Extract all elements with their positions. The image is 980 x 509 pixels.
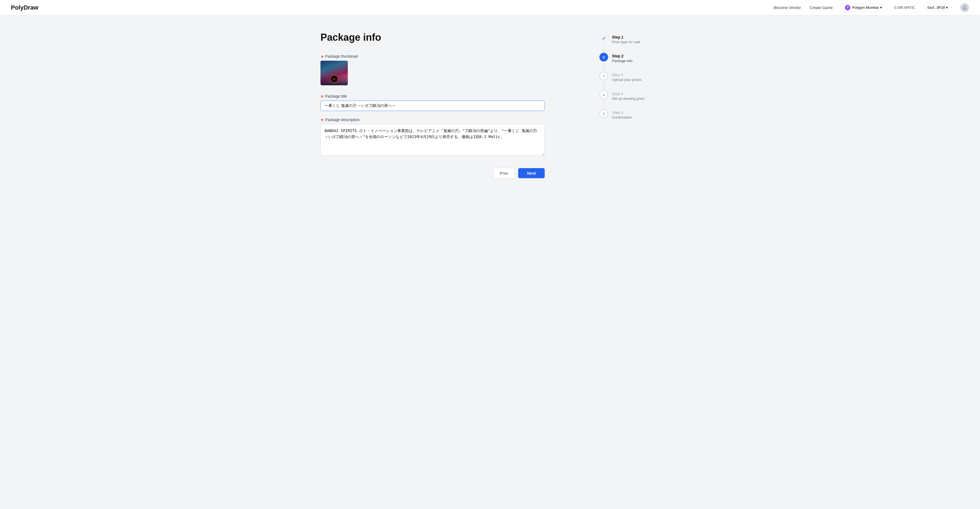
user-avatar[interactable] [960,3,969,12]
description-section: ★ Package description [320,118,578,157]
check-icon-1: ✓ [602,36,606,41]
step-1-sub: Prize type for sale [612,40,640,44]
step-3-number: 3 [603,74,605,78]
title-field-label: ★ Package title [320,94,578,99]
stepper: ✓ Step 1 Prize type for sale 2 Step 2 Pa… [600,32,660,178]
step-item-4: 4 Step 4 Set up drawing price [600,91,660,109]
step-3-circle: 3 [600,72,608,80]
step-item-3: 3 Step 3 Upload your prizes [600,72,660,91]
step-5-name: Step 5 [612,110,632,115]
step-5-info: Step 5 Confirmation [612,109,632,119]
step-3-info: Step 3 Upload your prizes [612,72,641,82]
step-3-sub: Upload your prizes [612,78,641,82]
step-2-number: 2 [603,55,605,59]
description-field-label: ★ Package description [320,118,578,122]
thumbnail-image[interactable]: ⊗ [320,61,348,85]
thumbnail-inner: ⊗ [320,61,348,85]
wallet-address-text: 0xcf...9F28 [928,5,945,10]
step-5-number: 5 [603,112,605,116]
polygon-icon: P [845,5,850,10]
step-1-info: Step 1 Prize type for sale [612,34,640,44]
package-description-textarea[interactable] [320,124,545,156]
step-1-circle: ✓ [600,34,608,43]
wallet-chevron-icon: ▾ [946,5,948,10]
step-item-5: 5 Step 5 Confirmation [600,109,660,119]
thumbnail-section: ★ Package thumbnail ⊗ [320,54,578,85]
title-label-text: Package title [325,94,347,99]
description-required-star: ★ [320,118,324,122]
matic-balance: 0.395 MATIC [894,5,915,10]
prev-button[interactable]: Prev [493,168,515,178]
main-content: Package info ★ Package thumbnail ⊗ ★ Pac… [299,15,681,195]
button-row: Prev Next [320,168,545,178]
wallet-address-badge[interactable]: 0xcf...9F28 ▾ [924,4,951,11]
network-chevron-icon: ▾ [880,5,882,10]
thumbnail-label: ★ Package thumbnail [320,54,578,59]
step-item-1: ✓ Step 1 Prize type for sale [600,34,660,53]
network-badge[interactable]: P Polygon Mumbai ▾ [842,3,886,12]
step-4-sub: Set up drawing price [612,97,644,100]
package-title-input[interactable] [320,100,545,111]
step-4-circle: 4 [600,91,608,99]
step-3-name: Step 3 [612,73,641,77]
step-item-2: 2 Step 2 Package info [600,53,660,72]
step-2-name: Step 2 [612,54,632,58]
thumbnail-label-text: Package thumbnail [325,54,358,59]
step-5-circle: 5 [600,109,608,118]
page-title: Package info [320,32,578,43]
step-2-sub: Package info [612,59,632,63]
step-2-circle: 2 [600,53,608,62]
create-game-link[interactable]: Create Game [810,5,833,10]
nav: Become Vendor Create Game P Polygon Mumb… [774,3,969,12]
logo: PolyDraw [11,4,38,11]
network-name: Polygon Mumbai [852,5,878,10]
step-4-info: Step 4 Set up drawing price [612,91,644,100]
thumbnail-required-star: ★ [320,54,324,59]
step-1-name: Step 1 [612,35,640,39]
description-label-text: Package description [325,118,360,122]
step-4-name: Step 4 [612,92,644,96]
user-icon [962,5,967,10]
form-section: Package info ★ Package thumbnail ⊗ ★ Pac… [320,32,578,178]
title-section: ★ Package title [320,94,578,111]
title-required-star: ★ [320,94,324,99]
thumbnail-circle-emblem: ⊗ [330,75,338,83]
next-button[interactable]: Next [518,168,545,178]
step-5-sub: Confirmation [612,115,632,119]
step-4-number: 4 [603,93,605,97]
header: PolyDraw Become Vendor Create Game P Pol… [0,0,980,15]
become-vendor-link[interactable]: Become Vendor [774,5,801,10]
step-2-info: Step 2 Package info [612,53,632,63]
